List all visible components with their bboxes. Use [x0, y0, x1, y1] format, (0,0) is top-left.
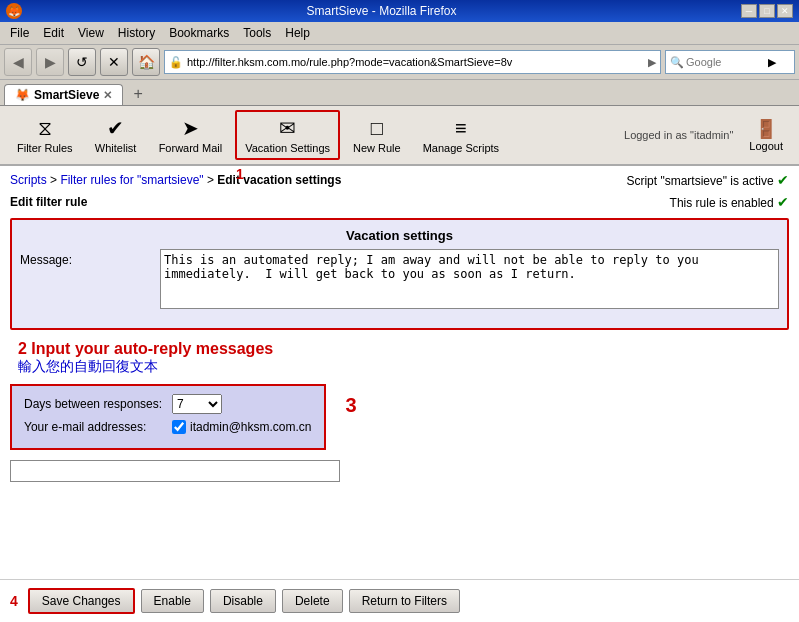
email-value: itadmin@hksm.com.cn	[190, 420, 312, 434]
breadcrumb-scripts[interactable]: Scripts	[10, 173, 47, 187]
logout-button[interactable]: 🚪 Logout	[741, 114, 791, 156]
search-bar: 🔍 ▶	[665, 50, 795, 74]
rule-enabled-check: ✔	[777, 194, 789, 210]
manage-scripts-label: Manage Scripts	[423, 142, 499, 154]
new-tab-button[interactable]: +	[125, 83, 150, 105]
menu-bar: File Edit View History Bookmarks Tools H…	[0, 22, 799, 45]
days-row: Days between responses: 7 1 2 3 14 21 28	[24, 394, 312, 414]
search-input[interactable]	[686, 56, 766, 68]
save-button[interactable]: Save Changes	[28, 588, 135, 614]
days-label: Days between responses:	[24, 397, 164, 411]
return-button[interactable]: Return to Filters	[349, 589, 460, 613]
menu-view[interactable]: View	[72, 24, 110, 42]
search-engine-icon: 🔍	[670, 56, 684, 69]
menu-bookmarks[interactable]: Bookmarks	[163, 24, 235, 42]
step-4-annotation: 4	[10, 593, 18, 609]
filter-rules-button[interactable]: ⧖ Filter Rules	[8, 112, 82, 159]
reload-button[interactable]: ↺	[68, 48, 96, 76]
rule-section-title: Edit filter rule	[10, 195, 87, 209]
tab-label: SmartSieve	[34, 88, 99, 102]
app-toolbar: ⧖ Filter Rules ✔ Whitelist ➤ Forward Mai…	[0, 106, 799, 166]
step-2-text-en: 2 Input your auto-reply messages	[18, 340, 789, 358]
vacation-settings-label: Vacation Settings	[245, 142, 330, 154]
email-label: Your e-mail addresses:	[24, 420, 164, 434]
forward-mail-button[interactable]: ➤ Forward Mail	[150, 111, 232, 159]
address-bar[interactable]: 🔓 ▶	[164, 50, 661, 74]
enable-button[interactable]: Enable	[141, 589, 204, 613]
logged-in-text: Logged in as "itadmin"	[624, 129, 737, 141]
stop-button[interactable]: ✕	[100, 48, 128, 76]
logout-icon: 🚪	[755, 118, 777, 140]
vacation-settings-box: Vacation settings Message:	[10, 218, 789, 330]
go-button[interactable]: ▶	[648, 56, 656, 69]
rule-header: Edit filter rule This rule is enabled ✔	[10, 194, 789, 210]
settings-section: Days between responses: 7 1 2 3 14 21 28…	[10, 384, 789, 460]
disable-button[interactable]: Disable	[210, 589, 276, 613]
tab-icon: 🦊	[15, 88, 30, 102]
script-status: Script "smartsieve" is active ✔	[626, 172, 789, 188]
menu-file[interactable]: File	[4, 24, 35, 42]
new-rule-button[interactable]: □ New Rule	[344, 112, 410, 159]
tab-smartsieve[interactable]: 🦊 SmartSieve ✕	[4, 84, 123, 105]
step-1-annotation: 1	[236, 166, 244, 182]
settings-area-box: Days between responses: 7 1 2 3 14 21 28…	[10, 384, 326, 450]
maximize-button[interactable]: □	[759, 4, 775, 18]
rule-enabled-status: This rule is enabled ✔	[670, 194, 789, 210]
window-titlebar: 🦊 SmartSieve - Mozilla Firefox ─ □ ✕	[0, 0, 799, 22]
nav-toolbar: ◀ ▶ ↺ ✕ 🏠 🔓 ▶ 🔍 ▶	[0, 45, 799, 80]
address-input[interactable]	[187, 56, 644, 68]
extra-email-input[interactable]	[10, 460, 340, 482]
forward-mail-label: Forward Mail	[159, 142, 223, 154]
step-2-text-zh: 輸入您的自動回復文本	[18, 358, 789, 376]
forward-mail-icon: ➤	[182, 116, 199, 140]
search-button[interactable]: ▶	[768, 56, 776, 69]
new-rule-icon: □	[371, 117, 383, 140]
rule-enabled-text: This rule is enabled	[670, 196, 774, 210]
main-content: Scripts > Filter rules for "smartsieve" …	[0, 166, 799, 579]
step-2-annotation: 2 Input your auto-reply messages 輸入您的自動回…	[18, 340, 789, 376]
close-button[interactable]: ✕	[777, 4, 793, 18]
bottom-bar: 4 Save Changes Enable Disable Delete Ret…	[0, 579, 799, 622]
home-button[interactable]: 🏠	[132, 48, 160, 76]
breadcrumb-sep2: >	[207, 173, 217, 187]
firefox-icon: 🦊	[6, 3, 22, 19]
manage-scripts-icon: ≡	[455, 117, 467, 140]
vacation-settings-button[interactable]: ✉ Vacation Settings	[235, 110, 340, 160]
minimize-button[interactable]: ─	[741, 4, 757, 18]
manage-scripts-button[interactable]: ≡ Manage Scripts	[414, 112, 508, 159]
new-rule-label: New Rule	[353, 142, 401, 154]
script-status-text: Script "smartsieve" is active	[626, 174, 773, 188]
message-label: Message:	[20, 249, 160, 267]
whitelist-icon: ✔	[107, 116, 124, 140]
breadcrumb-sep1: >	[50, 173, 60, 187]
vacation-box-title: Vacation settings	[20, 228, 779, 243]
whitelist-label: Whitelist	[95, 142, 137, 154]
tab-close-button[interactable]: ✕	[103, 89, 112, 102]
menu-help[interactable]: Help	[279, 24, 316, 42]
message-row: Message:	[20, 249, 779, 312]
message-textarea[interactable]	[160, 249, 779, 309]
menu-history[interactable]: History	[112, 24, 161, 42]
days-select[interactable]: 7 1 2 3 14 21 28	[172, 394, 222, 414]
whitelist-button[interactable]: ✔ Whitelist	[86, 111, 146, 159]
lock-icon: 🔓	[169, 56, 183, 69]
step-3-annotation: 3	[346, 394, 357, 417]
delete-button[interactable]: Delete	[282, 589, 343, 613]
window-title: SmartSieve - Mozilla Firefox	[22, 4, 741, 18]
email-checkbox[interactable]	[172, 420, 186, 434]
breadcrumb-filter-rules[interactable]: Filter rules for "smartsieve"	[60, 173, 203, 187]
filter-rules-label: Filter Rules	[17, 142, 73, 154]
forward-button[interactable]: ▶	[36, 48, 64, 76]
menu-tools[interactable]: Tools	[237, 24, 277, 42]
window-controls: ─ □ ✕	[741, 4, 793, 18]
tab-bar: 🦊 SmartSieve ✕ +	[0, 80, 799, 106]
script-active-check: ✔	[777, 172, 789, 188]
menu-edit[interactable]: Edit	[37, 24, 70, 42]
message-control	[160, 249, 779, 312]
filter-rules-icon: ⧖	[38, 117, 52, 140]
vacation-settings-icon: ✉	[279, 116, 296, 140]
back-button[interactable]: ◀	[4, 48, 32, 76]
email-row-inner: itadmin@hksm.com.cn	[172, 420, 312, 434]
breadcrumb: Scripts > Filter rules for "smartsieve" …	[10, 172, 789, 188]
logout-label: Logout	[749, 140, 783, 152]
